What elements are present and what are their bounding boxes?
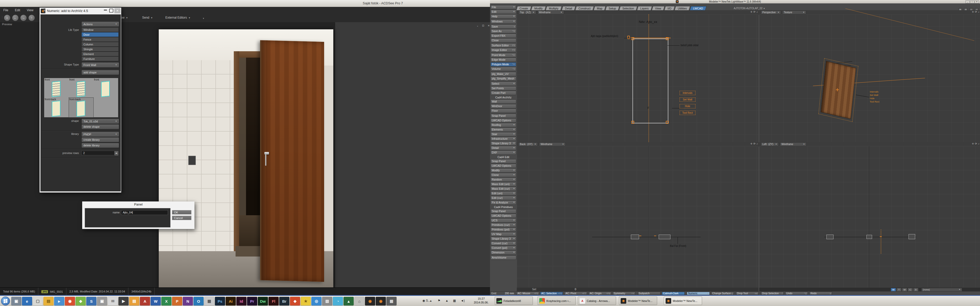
tool-uv-map[interactable]: UV Map▼ bbox=[490, 232, 516, 236]
tool-image-editor[interactable]: Image EditorF6 bbox=[490, 48, 516, 52]
taskbar-app-icon[interactable]: Ps bbox=[215, 297, 225, 306]
minimize-icon[interactable]: _ bbox=[966, 0, 970, 3]
tool-stair[interactable]: Stair▼ bbox=[490, 132, 516, 136]
button-redo[interactable]: Redoz bbox=[809, 292, 832, 295]
taskbar-app-icon[interactable]: ◔ bbox=[333, 297, 343, 306]
taskbar-app-icon[interactable]: Dw bbox=[258, 297, 268, 306]
taskbar-app-icon[interactable]: ◉ bbox=[365, 297, 375, 306]
taskbar-app-icon[interactable]: P bbox=[172, 297, 182, 306]
tool-dxf[interactable]: DXF▼ bbox=[490, 151, 516, 155]
menu-view[interactable]: View bbox=[24, 7, 37, 12]
viewport-top-xz[interactable]: Név: Ajto_xx Ajtó lapja (padlásfeljáró) … bbox=[517, 14, 759, 142]
taskbar-app-icon[interactable]: ▶ bbox=[118, 297, 129, 306]
lib-type-column[interactable]: Column bbox=[81, 42, 119, 47]
render-mode-dropdown[interactable]: Wireframe▼ bbox=[539, 142, 566, 146]
photo-doorway[interactable] bbox=[159, 29, 333, 287]
taskbar-app-icon[interactable]: N bbox=[183, 297, 193, 306]
button-ac-selection[interactable]: AC: Selection+F8 bbox=[540, 292, 563, 295]
tool-snap-panel[interactable]: Snap Panel bbox=[490, 114, 516, 118]
tool-help[interactable]: Help▼ bbox=[490, 14, 516, 19]
tool-dimension[interactable]: Dimension▼ bbox=[490, 251, 516, 255]
taskbar-app-icon[interactable]: S bbox=[86, 297, 97, 306]
shape-thumbnail[interactable]: front-back bbox=[44, 98, 69, 117]
preview-rows-input[interactable]: 2 bbox=[81, 151, 115, 155]
drive-icon[interactable]: ▲ bbox=[445, 299, 449, 303]
render-mode-dropdown[interactable]: Texture▼ bbox=[782, 11, 806, 14]
render-mode-dropdown[interactable]: Wireframe▼ bbox=[538, 11, 564, 14]
tool-lwcad-options[interactable]: LWCAD Options bbox=[490, 214, 516, 218]
button-subpatch[interactable]: Subpatch bbox=[638, 292, 660, 295]
view-type-dropdown[interactable]: Perspective▼ bbox=[761, 11, 781, 14]
mode-button-w[interactable]: W bbox=[891, 288, 896, 292]
button-drop-selection[interactable]: Drop Selection/ bbox=[761, 292, 784, 295]
actions-dropdown[interactable]: Actions▼ bbox=[81, 21, 119, 27]
shape-thumbnail[interactable]: front bbox=[94, 78, 118, 98]
tool-elements[interactable]: Elements▼ bbox=[490, 127, 516, 132]
menu-edit[interactable]: Edit bbox=[11, 7, 24, 12]
viewport-nav-icons[interactable]: ✛⟳⌕ bbox=[972, 11, 980, 14]
tool-polygon-mode[interactable]: Polygon Mode^H bbox=[490, 62, 516, 67]
tool-primitives-cur-[interactable]: Primitives (cur)▼ bbox=[490, 223, 516, 227]
flag-icon[interactable]: ⚑ bbox=[438, 299, 441, 303]
taskbar-app-icon[interactable]: Fl bbox=[269, 297, 279, 306]
taskbar-button-lw-3[interactable]: ◉Modeler™ NewTe... bbox=[619, 296, 657, 305]
taskbar-app-icon[interactable]: ⌂ bbox=[354, 297, 364, 306]
tool-random[interactable]: Random▼ bbox=[490, 178, 516, 182]
taskbar-app-icon[interactable]: ▧ bbox=[322, 297, 332, 306]
tool-lwcad-options[interactable]: LWCAD Options bbox=[490, 164, 516, 168]
vmap-dropdown[interactable]: (none)▼ bbox=[921, 288, 962, 292]
mode-button-t[interactable]: T bbox=[896, 288, 902, 292]
lwcad-tool-rect-button[interactable]: Tool Rect bbox=[679, 111, 695, 115]
tool-save-as[interactable]: Save As^S bbox=[490, 29, 516, 33]
button-ac-origin[interactable]: AC: Origin+F6 bbox=[589, 292, 611, 295]
taskbar-app-icon[interactable]: O bbox=[193, 297, 204, 306]
dialog-titlebar[interactable]: ◉M Numeric: add to ArchViz 4.5 ✕ bbox=[40, 8, 121, 14]
tool-point-mode[interactable]: Point Mode^G bbox=[490, 53, 516, 57]
tab-io[interactable]: I/O bbox=[664, 6, 675, 11]
tool-plg-make-uv[interactable]: plg_Make_UV bbox=[490, 72, 516, 76]
taskbar-app-icon[interactable]: ◆ bbox=[290, 297, 300, 306]
lwcad-hole-button[interactable]: Hole bbox=[679, 104, 695, 108]
add-shape-button[interactable]: add shape bbox=[81, 70, 119, 75]
lwcad-intervals-button[interactable]: Intervals bbox=[679, 91, 695, 95]
lib-type-shingle[interactable]: Shingle bbox=[81, 47, 119, 52]
tool-sel-points[interactable]: Sel Points bbox=[490, 86, 516, 90]
cancel-button[interactable]: Cancel bbox=[172, 216, 191, 220]
taskbar-app-icon[interactable]: X bbox=[161, 297, 172, 306]
lib-type-fence[interactable]: Fence bbox=[81, 37, 119, 42]
button-drop-tool[interactable]: Drop Toolret bbox=[736, 292, 759, 295]
tool-edit-cur-[interactable]: Edit (cur)▼ bbox=[490, 196, 516, 200]
shape-thumbnail[interactable]: front bbox=[69, 78, 94, 98]
taskbar-button-chrome-1[interactable]: ●Kraytracing.com •... bbox=[538, 296, 576, 305]
mode-button-m[interactable]: M bbox=[902, 288, 907, 292]
tool-snap-panel[interactable]: Snap Panel bbox=[490, 209, 516, 213]
view-type-dropdown[interactable]: Back (XY)▼ bbox=[518, 142, 538, 146]
taskbar-app-icon[interactable]: Ai bbox=[226, 297, 236, 306]
tool-surface-editor[interactable]: Surface EditorF5 bbox=[490, 43, 516, 48]
lib-type-furniture[interactable]: Furniture bbox=[81, 56, 119, 61]
tool-areavolume[interactable]: AreaVolume bbox=[490, 255, 516, 260]
taskbar-app-icon[interactable]: ▦ bbox=[387, 297, 396, 306]
up-button[interactable]: ↑ bbox=[29, 15, 35, 21]
lwcad-hole-label[interactable]: Hole bbox=[870, 97, 880, 100]
render-mode-dropdown[interactable]: Wireframe▼ bbox=[780, 142, 807, 146]
tool-primitives-pol-[interactable]: Primitives (pol)▼ bbox=[490, 227, 516, 232]
viewport-left-zy[interactable] bbox=[759, 146, 980, 288]
tool-plg-simplify-mesh[interactable]: plg_Simplify_Mesh bbox=[490, 76, 516, 81]
tool-mass-edit-cur-[interactable]: Mass Edit (cur)▼ bbox=[490, 187, 516, 191]
lwcad-tool-rect-label[interactable]: Tool Rect bbox=[870, 100, 880, 103]
shape-dropdown[interactable]: Tok_01.s3d▼ bbox=[81, 119, 119, 124]
forward-button[interactable]: → bbox=[21, 15, 27, 21]
viewport-back-xy[interactable]: Bal Fal (Front) bbox=[517, 146, 759, 288]
taskbar-app-icon[interactable]: ◆ bbox=[76, 297, 86, 306]
button-ac-mouse[interactable]: AC: Mouse+F5 bbox=[516, 292, 539, 295]
acdsee-tray-icon[interactable]: ◉ S... bbox=[422, 299, 431, 303]
taskbar-app-icon[interactable]: ▤ bbox=[129, 297, 139, 306]
speaker-icon[interactable]: ◄) bbox=[461, 299, 465, 303]
taskbar-app-icon[interactable]: ✉ bbox=[108, 297, 118, 306]
tool-windows[interactable]: Windows▼ bbox=[490, 19, 516, 24]
button-ac-pivot[interactable]: AC: Pivot+F7 bbox=[564, 292, 587, 295]
tab-layers[interactable]: Layers bbox=[637, 6, 652, 11]
name-input[interactable]: Ajto_04 bbox=[121, 210, 168, 215]
taskbar-app-icon[interactable]: W bbox=[151, 297, 161, 306]
